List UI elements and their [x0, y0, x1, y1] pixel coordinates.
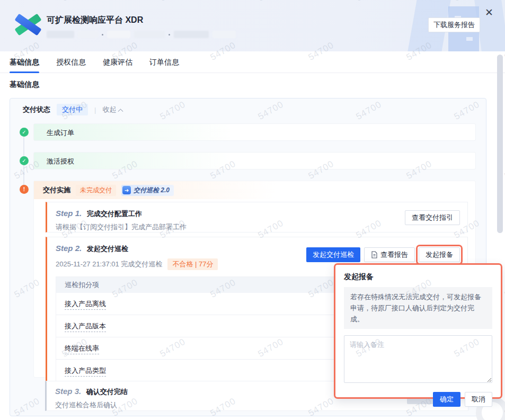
step3-title: 确认交付完结 — [86, 388, 128, 396]
dialog-header: 可扩展检测响应平台 XDR 下载服务报告 — [0, 0, 505, 51]
header-decoration — [466, 37, 473, 41]
tab-order-info[interactable]: 订单信息 — [149, 51, 179, 73]
arrow-right-icon: ➜ — [122, 186, 131, 194]
step1-block: Step 1. 完成交付配置工作 请根据【订阅交付指引】完成产品部署工作 查看交… — [46, 202, 468, 233]
cancel-button[interactable]: 取消 — [465, 392, 492, 407]
initiate-filing-button[interactable]: 发起报备 — [419, 247, 460, 262]
popup-title: 发起报备 — [344, 272, 492, 282]
document-icon — [371, 251, 378, 258]
xdr-logo-icon — [16, 15, 40, 35]
chevron-up-icon — [118, 109, 123, 114]
tab-basic-info[interactable]: 基础信息 — [10, 51, 39, 73]
step2-title: 发起交付巡检 — [87, 245, 128, 253]
step1-label: Step 1. — [56, 209, 82, 218]
inspection-time-text: 2025-11-27 21:37:01 完成交付巡检 — [56, 260, 162, 269]
divider: | — [94, 106, 96, 114]
delivery-status-label: 交付状态 — [23, 105, 50, 114]
popup-info-text: 若存在特殊情况无法完成交付，可发起报备申请，待原厂接口人确认后判定为交付完成。 — [344, 287, 492, 329]
download-service-report-button[interactable]: 下载服务报告 — [428, 17, 480, 32]
scrollbar-thumb[interactable] — [497, 55, 503, 233]
step-done-check-icon: ✓ — [20, 128, 29, 137]
tab-authorization-info[interactable]: 授权信息 — [56, 51, 86, 73]
delivery-status-row: 交付状态 交付中 | 收起 — [23, 103, 122, 116]
step-done-check-icon: ✓ — [20, 156, 29, 165]
step1-title: 完成交付配置工作 — [87, 210, 142, 218]
step-activate-license: 激活授权 — [33, 152, 476, 169]
initiate-filing-popup: 发起报备 若存在特殊情况无法完成交付，可发起报备申请，待原厂接口人确认后判定为交… — [334, 263, 502, 399]
inspection-version-badge: ➜ 交付巡检 2.0 — [121, 185, 174, 196]
confirm-button[interactable]: 确定 — [433, 392, 460, 407]
implementation-header: 交付实施 未完成交付 ➜ 交付巡检 2.0 — [34, 181, 475, 199]
incomplete-delivery-badge: 未完成交付 — [76, 185, 116, 196]
step-warning-icon: ! — [20, 185, 29, 194]
collapse-label: 收起 — [102, 105, 116, 114]
step3-label: Step 3. — [55, 387, 81, 396]
delivery-status-badge: 交付中 — [57, 104, 88, 115]
inspection-score-badge: 不合格 | 77分 — [167, 258, 218, 270]
collapse-toggle[interactable]: 收起 — [102, 105, 122, 114]
step2-label: Step 2. — [56, 244, 82, 253]
view-delivery-guide-button[interactable]: 查看交付指引 — [405, 210, 460, 225]
remark-input[interactable] — [344, 335, 492, 383]
tab-bar: 基础信息 授权信息 健康评估 订单信息 — [0, 51, 505, 73]
tab-health-assessment[interactable]: 健康评估 — [103, 51, 132, 73]
step-generate-order: 生成订单 — [33, 123, 476, 141]
product-title: 可扩展检测响应平台 XDR — [47, 15, 143, 26]
section-title: 基础信息 — [10, 80, 39, 90]
launch-inspection-button[interactable]: 发起交付巡检 — [306, 247, 360, 262]
implementation-title: 交付实施 — [43, 185, 70, 195]
redacted-subtitle — [47, 31, 236, 38]
close-icon[interactable]: ✕ — [485, 7, 493, 18]
view-report-button[interactable]: 查看报告 — [364, 247, 415, 262]
